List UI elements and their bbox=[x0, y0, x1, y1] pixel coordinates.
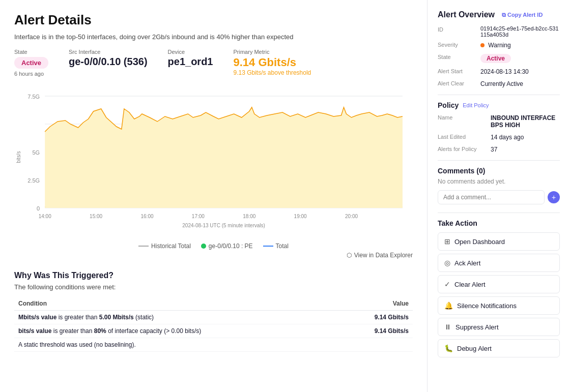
primary-metric-sub: 9.13 Gbits/s above threshold bbox=[234, 69, 311, 76]
side-panel: Alert Overview ⧉ Copy Alert ID ID 01914c… bbox=[428, 0, 570, 392]
state-badge: Active bbox=[14, 57, 48, 69]
data-explorer-icon: ⬡ bbox=[347, 252, 352, 259]
src-interface-meta: Src Interface ge-0/0/0.10 (536) bbox=[69, 49, 148, 68]
condition-cell-2: bits/s value is greater than 80% of inte… bbox=[14, 324, 340, 338]
id-label: ID bbox=[438, 25, 478, 38]
suppress-alert-label: Suppress Alert bbox=[455, 323, 499, 331]
page-title: Alert Details bbox=[14, 12, 413, 28]
svg-text:20:00: 20:00 bbox=[345, 214, 358, 219]
severity-dot-icon bbox=[480, 43, 484, 47]
condition-cell-3: A static threshold was used (no baselini… bbox=[14, 338, 340, 352]
conditions-table: Condition Value Mbits/s value is greater… bbox=[14, 297, 413, 352]
side-state-badge: Active bbox=[480, 54, 511, 63]
clear-alert-icon: ✓ bbox=[444, 280, 450, 288]
condition-cell-1: Mbits/s value is greater than 5.00 Mbits… bbox=[14, 311, 340, 324]
state-label: State bbox=[14, 49, 48, 55]
comments-header: Comments (0) bbox=[438, 167, 560, 175]
action-open-dashboard-button[interactable]: ⊞Open Dashboard bbox=[438, 232, 560, 251]
suppress-alert-icon: ⏸ bbox=[444, 323, 451, 331]
legend-total: Total bbox=[263, 243, 289, 250]
table-row: A static threshold was used (no baselini… bbox=[14, 338, 413, 352]
why-title: Why Was This Triggered? bbox=[14, 271, 413, 280]
legend-historical-label: Historical Total bbox=[151, 243, 191, 250]
why-subtitle: The following conditions were met: bbox=[14, 283, 413, 291]
comment-input[interactable] bbox=[438, 190, 545, 204]
alert-start-label: Alert Start bbox=[438, 67, 478, 76]
alert-subtitle: Interface is in the top-50 interfaces, d… bbox=[14, 33, 413, 41]
legend-total-label: Total bbox=[276, 243, 289, 250]
copy-alert-id-button[interactable]: ⧉ Copy Alert ID bbox=[502, 12, 543, 18]
alert-overview-section: Alert Overview ⧉ Copy Alert ID bbox=[438, 10, 560, 19]
alert-clear-label: Alert Clear bbox=[438, 79, 478, 88]
last-edited-value: 14 days ago bbox=[491, 133, 560, 142]
view-explorer-label: View in Data Explorer bbox=[354, 252, 413, 259]
alert-overview-title: Alert Overview bbox=[438, 10, 495, 19]
why-section: Why Was This Triggered? The following co… bbox=[14, 271, 413, 352]
table-row: Mbits/s value is greater than 5.00 Mbits… bbox=[14, 311, 413, 324]
view-explorer-link[interactable]: ⬡ View in Data Explorer bbox=[14, 252, 413, 259]
open-dashboard-icon: ⊞ bbox=[444, 237, 450, 246]
svg-text:0: 0 bbox=[37, 205, 40, 212]
value-header: Value bbox=[340, 297, 413, 311]
svg-text:16:00: 16:00 bbox=[140, 214, 154, 219]
last-edited-label: Last Edited bbox=[438, 133, 489, 142]
device-label: Device bbox=[168, 49, 213, 55]
table-row: bits/s value is greater than 80% of inte… bbox=[14, 324, 413, 338]
no-comments-text: No comments added yet. bbox=[438, 178, 560, 185]
svg-text:bits/s: bits/s bbox=[16, 151, 21, 163]
value-cell-3 bbox=[340, 338, 413, 352]
alerts-policy-value: 37 bbox=[491, 145, 560, 154]
policy-title: Policy bbox=[438, 101, 459, 109]
primary-metric-meta: Primary Metric 9.14 Gbits/s 9.13 Gbits/s… bbox=[234, 49, 311, 76]
action-debug-alert-button[interactable]: 🐛Debug Alert bbox=[438, 339, 560, 357]
action-suppress-alert-button[interactable]: ⏸Suppress Alert bbox=[438, 318, 560, 336]
action-ack-alert-button[interactable]: ◎Ack Alert bbox=[438, 254, 560, 272]
take-action-title: Take Action bbox=[438, 219, 560, 227]
meta-row: State Active 6 hours ago Src Interface g… bbox=[14, 49, 413, 77]
policy-name-label: Name bbox=[438, 113, 489, 130]
divider-1 bbox=[438, 95, 560, 95]
add-comment-button[interactable]: + bbox=[548, 191, 560, 203]
value-cell-1: 9.14 Gbits/s bbox=[340, 311, 413, 324]
svg-text:19:00: 19:00 bbox=[294, 214, 307, 219]
svg-text:7.5G: 7.5G bbox=[27, 94, 40, 100]
chart-container: 7.5G 5G 2.5G 0 bits/s Threshold (5.00 Mb… bbox=[14, 86, 413, 238]
primary-metric-value: 9.14 Gbits/s bbox=[234, 56, 311, 69]
state-meta: State Active 6 hours ago bbox=[14, 49, 48, 77]
alert-start-value: 2024-08-13 14:30 bbox=[480, 67, 560, 76]
svg-text:17:00: 17:00 bbox=[192, 214, 205, 219]
silence-notifications-icon: 🔔 bbox=[444, 301, 453, 310]
condition-header: Condition bbox=[14, 297, 340, 311]
legend-historical: Historical Total bbox=[138, 243, 191, 250]
divider-3 bbox=[438, 213, 560, 213]
state-value-side: Active bbox=[480, 53, 560, 64]
legend-geo-label: ge-0/0/0.10 : PE bbox=[209, 243, 253, 250]
alert-clear-value: Currently Active bbox=[480, 79, 560, 88]
svg-text:15:00: 15:00 bbox=[90, 214, 103, 219]
edit-policy-link[interactable]: Edit Policy bbox=[463, 102, 489, 108]
legend-geo: ge-0/0/0.10 : PE bbox=[201, 243, 253, 250]
device-meta: Device pe1_ord1 bbox=[168, 49, 213, 68]
svg-text:5G: 5G bbox=[32, 149, 40, 156]
severity-label: Severity bbox=[438, 41, 478, 50]
chart-legend: Historical Total ge-0/0/0.10 : PE Total bbox=[14, 243, 413, 250]
action-buttons: ⊞Open Dashboard◎Ack Alert✓Clear Alert🔔Si… bbox=[438, 232, 560, 357]
action-clear-alert-button[interactable]: ✓Clear Alert bbox=[438, 275, 560, 293]
open-dashboard-label: Open Dashboard bbox=[454, 238, 505, 246]
action-silence-notifications-button[interactable]: 🔔Silence Notifications bbox=[438, 296, 560, 315]
id-value: 01914c25-e9e1-75ed-b2cc-531115a4053d bbox=[480, 25, 560, 38]
clear-alert-label: Clear Alert bbox=[454, 281, 486, 288]
chart-svg: 7.5G 5G 2.5G 0 bits/s Threshold (5.00 Mb… bbox=[14, 86, 413, 238]
src-interface-value: ge-0/0/0.10 (536) bbox=[69, 56, 148, 68]
alerts-policy-label: Alerts for Policy bbox=[438, 145, 489, 154]
legend-dot-icon bbox=[201, 244, 206, 249]
device-value: pe1_ord1 bbox=[168, 56, 213, 68]
svg-text:18:00: 18:00 bbox=[243, 214, 256, 219]
copy-icon: ⧉ bbox=[502, 12, 506, 18]
src-interface-label: Src Interface bbox=[69, 49, 148, 55]
primary-metric-label: Primary Metric bbox=[234, 49, 311, 55]
svg-text:2.5G: 2.5G bbox=[27, 177, 40, 184]
value-cell-2: 9.14 Gbits/s bbox=[340, 324, 413, 338]
time-ago: 6 hours ago bbox=[14, 71, 48, 77]
divider-2 bbox=[438, 160, 560, 161]
